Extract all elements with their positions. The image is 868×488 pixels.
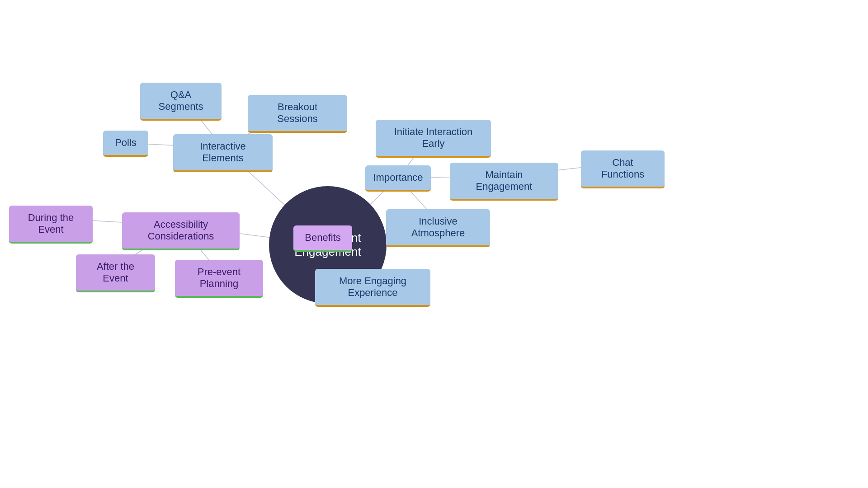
importance-node[interactable]: Importance <box>365 165 431 192</box>
chat-functions-node[interactable]: Chat Functions <box>581 150 665 188</box>
qa-segments-node[interactable]: Q&A Segments <box>140 83 222 121</box>
maintain-engagement-node[interactable]: Maintain Engagement <box>450 163 558 201</box>
polls-node[interactable]: Polls <box>103 131 148 157</box>
during-the-event-node[interactable]: During the Event <box>9 206 93 244</box>
after-the-event-node[interactable]: After the Event <box>76 254 155 292</box>
mind-map: Virtual Event Engagement Interactive Ele… <box>0 0 868 488</box>
pre-event-planning-node[interactable]: Pre-event Planning <box>175 260 263 298</box>
accessibility-considerations-node[interactable]: Accessibility Considerations <box>122 212 240 250</box>
interactive-elements-node[interactable]: Interactive Elements <box>173 134 273 172</box>
initiate-interaction-early-node[interactable]: Initiate Interaction Early <box>376 120 491 158</box>
breakout-sessions-node[interactable]: Breakout Sessions <box>248 95 347 133</box>
inclusive-atmosphere-node[interactable]: Inclusive Atmosphere <box>386 209 490 247</box>
more-engaging-experience-node[interactable]: More Engaging Experience <box>315 269 430 307</box>
benefits-node[interactable]: Benefits <box>293 225 352 252</box>
